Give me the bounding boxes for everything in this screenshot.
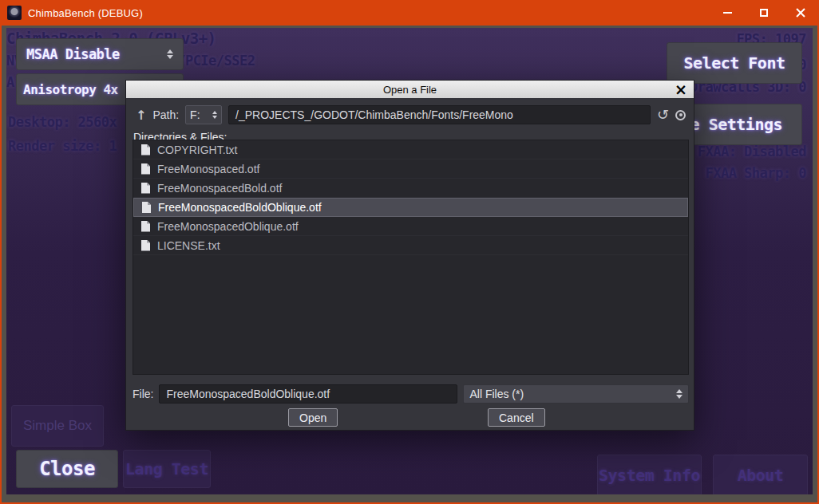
fxaa-status-text: FXAA: Disabled [698, 144, 806, 159]
file-name-row: File: FreeMonospacedBoldOblique.otf All … [133, 384, 689, 404]
up-directory-icon[interactable]: ↑ [136, 108, 146, 123]
window-backing: ChimbaBench 2.0 (GPLv3+) NVIDIA GeForce … [2, 26, 817, 502]
desktop-res-text: Desktop: 2560x [8, 114, 117, 130]
msaa-dropdown-value: MSAA Disable [26, 46, 120, 62]
file-icon [141, 221, 150, 232]
system-info-label: System Info [599, 466, 700, 485]
open-button-label: Open [299, 411, 326, 424]
file-label: File: [133, 388, 153, 400]
window-controls [709, 0, 819, 26]
app-viewport: ChimbaBench 2.0 (GPLv3+) NVIDIA GeForce … [6, 28, 813, 494]
lang-test-label: Lang Test [125, 459, 208, 478]
drive-select-value: F: [190, 108, 200, 121]
dialog-close-button[interactable]: × [673, 81, 689, 98]
info-line-3: A [6, 74, 14, 90]
file-row[interactable]: FreeMonospacedBold.otf [133, 179, 688, 198]
file-name: COPYRIGHT.txt [157, 144, 237, 156]
file-icon [141, 240, 150, 251]
about-label: About [738, 466, 784, 485]
fxaa-sharp-text: FXAA Sharp: 0 [705, 165, 806, 181]
file-row[interactable]: LICENSE.txt [133, 236, 688, 255]
open-button[interactable]: Open [288, 408, 338, 427]
file-list: COPYRIGHT.txt FreeMonospaced.otf FreeMon… [133, 140, 689, 375]
dropdown-stepper-icon [167, 49, 173, 59]
refresh-icon[interactable]: ↺ [657, 108, 669, 122]
filter-dropdown[interactable]: All Files (*) [463, 384, 689, 404]
file-icon [141, 144, 150, 156]
select-font-label: Select Font [684, 53, 785, 73]
filter-stepper-icon [676, 389, 682, 399]
path-label: Path: [152, 108, 179, 121]
simple-box-label: Simple Box [23, 418, 92, 434]
cancel-button-label: Cancel [499, 411, 534, 424]
file-name: LICENSE.txt [157, 239, 220, 252]
simple-box-button[interactable]: Simple Box [11, 405, 104, 447]
file-name: FreeMonospacedOblique.otf [157, 220, 299, 233]
drive-stepper-icon [212, 111, 217, 119]
close-button-label: Close [39, 458, 95, 480]
dialog-titlebar[interactable]: Open a File × [126, 81, 694, 98]
window-titlebar: ChimbaBench (DEBUG) [0, 0, 819, 26]
app-icon [7, 6, 22, 20]
file-icon [141, 163, 150, 175]
close-button[interactable]: Close [16, 450, 118, 488]
drive-select[interactable]: F: [185, 105, 222, 124]
filter-dropdown-value: All Files (*) [469, 388, 524, 400]
dialog-title: Open a File [383, 84, 437, 96]
select-font-button[interactable]: Select Font [667, 42, 802, 84]
file-row[interactable]: COPYRIGHT.txt [133, 140, 688, 159]
file-name: FreeMonospaced.otf [157, 163, 259, 175]
about-button[interactable]: About [713, 455, 808, 494]
show-hidden-files-icon[interactable] [675, 110, 686, 120]
file-row[interactable]: FreeMonospaced.otf [133, 159, 688, 179]
file-row-selected[interactable]: FreeMonospacedBoldOblique.otf [133, 198, 688, 217]
dialog-buttons: Open Cancel [126, 408, 695, 427]
open-file-dialog: Open a File × ↑ Path: F: /_PROJECTS_/GOD… [125, 80, 694, 431]
path-row: ↑ Path: F: /_PROJECTS_/GODOT/ChimbaBench… [136, 104, 686, 125]
cancel-button[interactable]: Cancel [488, 408, 545, 427]
lang-test-button[interactable]: Lang Test [123, 450, 211, 488]
file-row[interactable]: FreeMonospacedOblique.otf [133, 217, 688, 236]
system-info-button[interactable]: System Info [597, 455, 702, 494]
file-name: FreeMonospacedBold.otf [157, 182, 282, 195]
msaa-dropdown[interactable]: MSAA Disable [16, 38, 184, 70]
minimize-button[interactable] [709, 0, 746, 26]
file-icon [141, 183, 150, 194]
file-name: FreeMonospacedBoldOblique.otf [158, 201, 322, 214]
close-window-button[interactable] [782, 0, 819, 26]
minimize-icon [723, 12, 732, 14]
maximize-button[interactable] [746, 0, 782, 26]
path-input[interactable]: /_PROJECTS_/GODOT/ChimbaBench/Fonts/Free… [228, 105, 651, 124]
render-size-text: Render size: 1 [8, 138, 117, 154]
app-window: ChimbaBench (DEBUG) ChimbaBench 2.0 (GPL… [0, 0, 819, 504]
window-title: ChimbaBench (DEBUG) [28, 7, 143, 19]
file-name-input[interactable]: FreeMonospacedBoldOblique.otf [159, 384, 457, 404]
maximize-icon [760, 9, 768, 17]
file-icon [142, 202, 151, 213]
anisotropy-button-label: Anisotropy 4x [23, 82, 118, 97]
close-icon [795, 7, 806, 18]
